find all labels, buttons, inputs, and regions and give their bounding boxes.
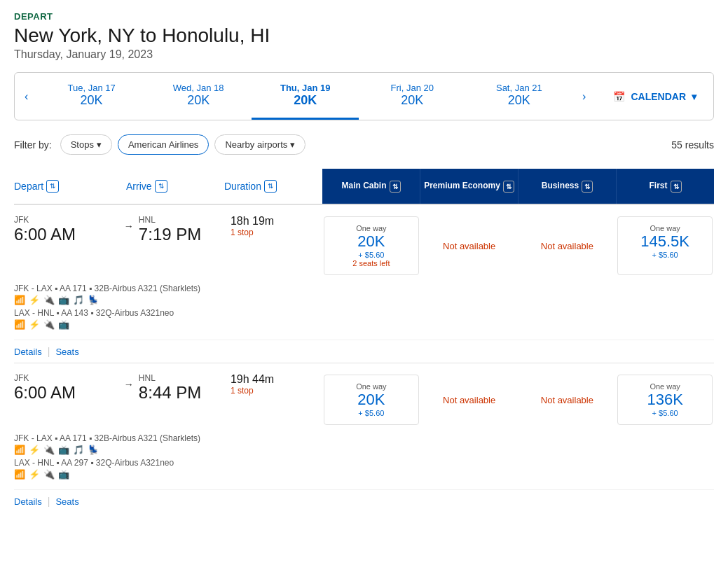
cabin-headers: Main Cabin ⇅ Premium Economy ⇅ Business … <box>322 169 714 204</box>
depart-sort-icon[interactable]: ⇅ <box>46 180 59 193</box>
premium-economy-sort-icon: ⇅ <box>503 181 514 193</box>
main-cabin-seats-0: 2 seats left <box>329 259 414 267</box>
next-date-arrow[interactable]: › <box>572 79 596 114</box>
date-subtitle: Thursday, January 19, 2023 <box>14 48 714 61</box>
depart-label: DEPART <box>14 11 714 22</box>
chevron-down-icon: ▾ <box>692 91 696 102</box>
segment1-1: JFK - LAX ▪ AA 171 ▪ 32B-Airbus A321 (Sh… <box>14 433 714 443</box>
duration-header-label: Duration <box>224 181 261 192</box>
business-header[interactable]: Business ⇅ <box>518 169 617 204</box>
stops-filter-button[interactable]: Stops ▾ <box>60 134 112 155</box>
details-button-0[interactable]: Details <box>14 347 42 357</box>
main-cabin-sort-icon: ⇅ <box>390 181 401 193</box>
power-icon2: ⚡ <box>29 319 40 330</box>
arrive-code-1: HNL <box>139 373 231 383</box>
segment1-0: JFK - LAX ▪ AA 171 ▪ 32B-Airbus A321 (Sh… <box>14 284 714 293</box>
seats-button-1[interactable]: Seats <box>55 496 78 507</box>
cal-points-4: 20K <box>472 93 568 108</box>
flight-prices-0: One way 20K + $5.60 2 seats left Not ava… <box>322 215 714 277</box>
segment2-1: LAX - HNL ▪ AA 297 ▪ 32Q-Airbus A321neo <box>14 458 714 468</box>
amenities1-0: 📶 ⚡ 🔌 📺 🎵 💺 <box>14 295 714 305</box>
first-oneway-0: One way <box>622 224 708 232</box>
calendar-icon: 📅 <box>613 91 625 102</box>
cal-day-2: Thu, Jan 19 <box>257 83 353 93</box>
first-header[interactable]: First ⇅ <box>617 169 714 204</box>
flight-arrive-0: HNL 7:19 PM <box>139 215 231 277</box>
usb-icon2: 🔌 <box>43 319 55 330</box>
stop-label-1: 1 stop <box>231 386 322 396</box>
first-price-1[interactable]: One way 136K + $5.60 <box>617 375 713 425</box>
depart-header-label: Depart <box>14 181 43 192</box>
duration-header[interactable]: Duration ⇅ <box>224 174 322 198</box>
music-icon3: 🎵 <box>73 445 84 455</box>
main-cabin-price-0[interactable]: One way 20K + $5.60 2 seats left <box>324 216 419 275</box>
main-cabin-fee-1: + $5.60 <box>329 409 414 417</box>
first-oneway-1: One way <box>622 382 708 391</box>
calendar-dates: Tue, Jan 17 20K Wed, Jan 18 20K Thu, Jan… <box>38 73 572 120</box>
duration-sort-icon[interactable]: ⇅ <box>264 180 277 193</box>
wifi-icon4: 📶 <box>14 469 25 480</box>
main-cabin-points-1: 20K <box>329 391 414 409</box>
arrow-1: → <box>119 373 139 426</box>
prev-date-arrow[interactable]: ‹ <box>15 79 38 114</box>
arrive-header[interactable]: Arrive ⇅ <box>126 174 224 198</box>
page-container: DEPART New York, NY to Honolulu, HI Thur… <box>0 0 728 524</box>
duration-time-1: 19h 44m <box>231 373 322 386</box>
cal-date-3[interactable]: Fri, Jan 20 20K <box>359 73 466 120</box>
main-cabin-price-1[interactable]: One way 20K + $5.60 <box>324 375 419 425</box>
arrive-sort-icon[interactable]: ⇅ <box>155 180 167 193</box>
main-cabin-header[interactable]: Main Cabin ⇅ <box>322 169 420 204</box>
power-icon3: ⚡ <box>29 445 40 455</box>
seat-icon3: 💺 <box>88 445 99 455</box>
cal-date-2[interactable]: Thu, Jan 19 20K <box>252 73 359 120</box>
airline-filter-button[interactable]: American Airlines <box>118 134 209 155</box>
arrow-0: → <box>119 215 139 277</box>
business-na-0: Not available <box>520 216 615 275</box>
premium-economy-label: Premium Economy <box>424 181 500 192</box>
usb-icon3: 🔌 <box>43 445 55 455</box>
cal-points-1: 20K <box>151 93 247 108</box>
cal-day-1: Wed, Jan 18 <box>151 83 247 93</box>
amenities2-1: 📶 ⚡ 🔌 📺 <box>14 469 714 480</box>
premium-economy-na-0: Not available <box>422 216 517 275</box>
flight-main-0: JFK 6:00 AM → HNL 7:19 PM 18h 19m 1 stop… <box>14 205 714 277</box>
entertainment-icon4: 📺 <box>58 469 69 480</box>
cal-points-2: 20K <box>257 93 353 108</box>
nearby-chevron-icon: ▾ <box>290 139 295 150</box>
flight-info-1: JFK 6:00 AM → HNL 8:44 PM 19h 44m 1 stop <box>14 373 322 426</box>
business-label: Business <box>542 181 579 192</box>
stops-chevron-icon: ▾ <box>97 139 102 150</box>
flight-segments-0: JFK - LAX ▪ AA 171 ▪ 32B-Airbus A321 (Sh… <box>14 277 714 340</box>
details-button-1[interactable]: Details <box>14 496 42 507</box>
cal-date-1[interactable]: Wed, Jan 18 20K <box>145 73 252 120</box>
premium-economy-header[interactable]: Premium Economy ⇅ <box>420 169 518 204</box>
depart-time-1: 6:00 AM <box>14 383 119 403</box>
amenities1-1: 📶 ⚡ 🔌 📺 🎵 💺 <box>14 445 714 455</box>
wifi-icon: 📶 <box>14 295 25 305</box>
cal-date-4[interactable]: Sat, Jan 21 20K <box>466 73 573 120</box>
flight-main-1: JFK 6:00 AM → HNL 8:44 PM 19h 44m 1 stop… <box>14 363 714 426</box>
first-points-0: 145.5K <box>622 232 708 251</box>
amenities2-0: 📶 ⚡ 🔌 📺 <box>14 319 714 330</box>
music-icon: 🎵 <box>73 295 84 305</box>
entertainment-icon3: 📺 <box>58 445 69 455</box>
main-cabin-fee-0: + $5.60 <box>329 251 414 259</box>
segment2-0: LAX - HNL ▪ AA 143 ▪ 32Q-Airbus A321neo <box>14 308 714 318</box>
seats-button-0[interactable]: Seats <box>55 347 78 357</box>
usb-icon: 🔌 <box>43 295 55 305</box>
flight-duration-1: 19h 44m 1 stop <box>231 373 322 426</box>
cal-day-0: Tue, Jan 17 <box>43 83 139 93</box>
nearby-airports-filter-button[interactable]: Nearby airports ▾ <box>214 134 305 155</box>
link-separator-1: | <box>48 496 50 507</box>
calendar-button[interactable]: 📅 CALENDAR ▾ <box>596 91 713 102</box>
column-headers-row: Depart ⇅ Arrive ⇅ Duration ⇅ Main <box>14 169 714 204</box>
first-sort-icon: ⇅ <box>671 181 682 193</box>
first-price-0[interactable]: One way 145.5K + $5.60 <box>617 216 713 275</box>
flight-links-1: Details | Seats <box>14 489 714 512</box>
link-separator-0: | <box>48 346 50 357</box>
arrive-code-0: HNL <box>139 215 231 225</box>
depart-header[interactable]: Depart ⇅ <box>14 174 126 198</box>
cal-date-0[interactable]: Tue, Jan 17 20K <box>38 73 145 120</box>
flight-segments-1: JFK - LAX ▪ AA 171 ▪ 32B-Airbus A321 (Sh… <box>14 426 714 489</box>
filter-by-label: Filter by: <box>14 139 52 151</box>
